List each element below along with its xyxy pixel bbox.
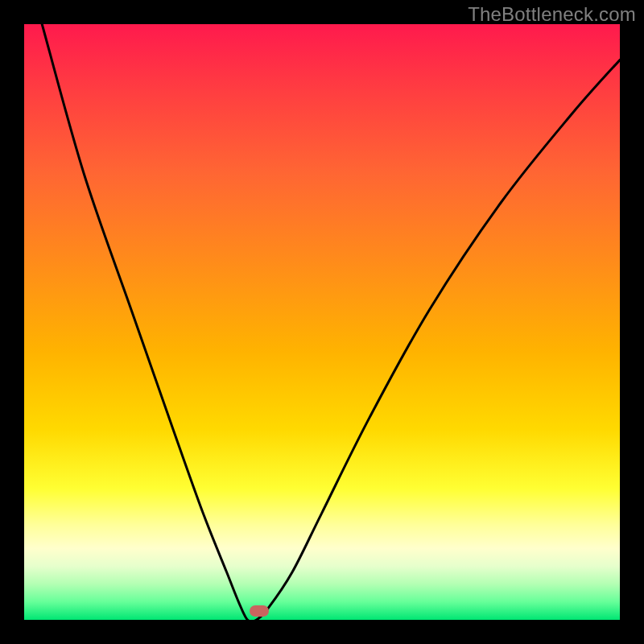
curve-svg bbox=[24, 24, 620, 620]
optimal-point-marker bbox=[250, 605, 269, 617]
chart-frame: TheBottleneck.com bbox=[0, 0, 644, 644]
watermark-text: TheBottleneck.com bbox=[468, 3, 636, 26]
bottleneck-curve bbox=[42, 24, 620, 620]
plot-area bbox=[24, 24, 620, 620]
